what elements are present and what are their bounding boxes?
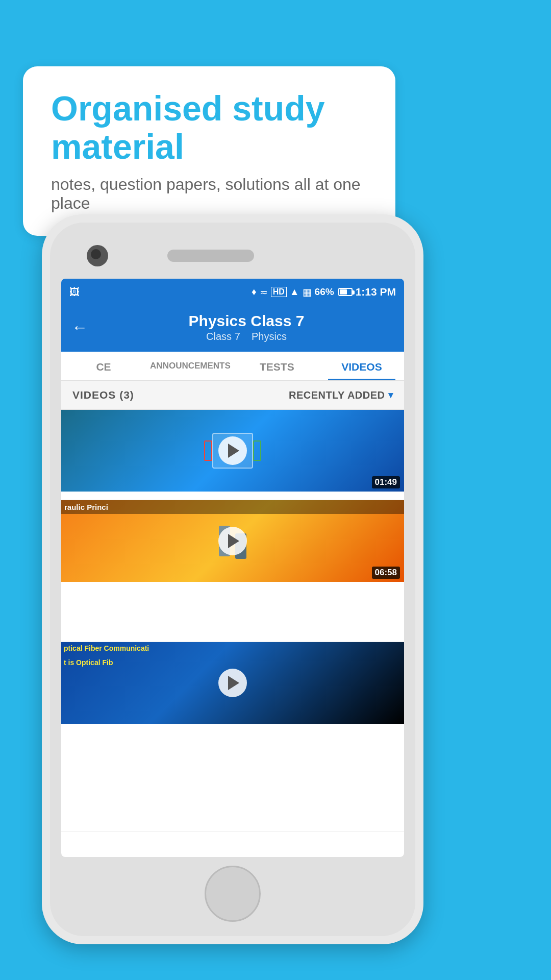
- tab-tests[interactable]: TESTS: [235, 352, 319, 380]
- hd-badge: HD: [271, 287, 287, 297]
- video-thumb-transformer: 01:49: [61, 410, 404, 492]
- video-duration-1: 01:49: [372, 476, 400, 488]
- play-triangle-icon-2: [228, 534, 239, 548]
- play-triangle-icon: [228, 444, 239, 458]
- video-thumb-optical: ptical Fiber Communicati t is Optical Fi…: [61, 642, 404, 724]
- video-duration-2: 06:58: [372, 567, 400, 579]
- header-subject: Physics: [252, 331, 287, 342]
- tab-videos[interactable]: VIDEOS: [319, 352, 404, 380]
- chevron-down-icon: ▾: [388, 389, 393, 401]
- header-title: Physics Class 7: [99, 312, 394, 330]
- sort-dropdown[interactable]: RECENTLY ADDED ▾: [289, 389, 393, 401]
- tabs-bar: CE ANNOUNCEMENTS TESTS VIDEOS: [61, 352, 404, 381]
- battery-icon: [338, 288, 353, 296]
- status-left: 🖼: [69, 286, 80, 298]
- video-item-transformer[interactable]: 01:49 What is Transformer by Sharma ▶ Ac…: [61, 410, 404, 500]
- play-overlay: [61, 410, 404, 492]
- wifi-icon: ▲: [290, 286, 299, 298]
- camera-icon: [87, 245, 108, 266]
- play-button-1[interactable]: [218, 436, 247, 465]
- image-icon: 🖼: [69, 286, 80, 298]
- bubble-title: Organised study material: [51, 89, 367, 166]
- speech-bubble: Organised study material notes, question…: [23, 66, 395, 236]
- videos-header: VIDEOS (3) RECENTLY ADDED ▾: [61, 381, 404, 410]
- status-bar: 🖼 ♦ ≂ HD ▲ ▦ 66% 1:13 PM: [61, 279, 404, 305]
- app-header: ← Physics Class 7 Class 7 Physics: [61, 305, 404, 352]
- tab-announcements[interactable]: ANNOUNCEMENTS: [146, 352, 235, 380]
- play-button-3[interactable]: [218, 669, 247, 697]
- header-title-block: Physics Class 7 Class 7 Physics: [99, 312, 394, 342]
- phone-inner: 🖼 ♦ ≂ HD ▲ ▦ 66% 1:13 PM ←: [50, 223, 415, 936]
- back-button[interactable]: ←: [71, 318, 88, 337]
- play-overlay-2: [61, 500, 404, 582]
- home-button[interactable]: [205, 866, 261, 922]
- header-subtitle: Class 7 Physics: [99, 331, 394, 342]
- header-class: Class 7: [206, 331, 240, 342]
- video-item-optical[interactable]: ptical Fiber Communicati t is Optical Fi…: [61, 642, 404, 832]
- phone-frame: 🖼 ♦ ≂ HD ▲ ▦ 66% 1:13 PM ←: [42, 214, 423, 944]
- vibrate-icon: ≂: [260, 286, 268, 298]
- bubble-subtitle: notes, question papers, solutions all at…: [51, 175, 367, 213]
- play-overlay-3: [61, 642, 404, 724]
- videos-count: VIDEOS (3): [72, 389, 134, 401]
- play-triangle-icon-3: [228, 676, 239, 690]
- speaker-icon: [167, 250, 254, 262]
- play-button-2[interactable]: [218, 527, 247, 555]
- video-thumb-hydraulic: raulic Princi 06:58: [61, 500, 404, 582]
- status-time: 1:13 PM: [356, 286, 396, 298]
- battery-percent: 66%: [315, 286, 334, 298]
- screen: 🖼 ♦ ≂ HD ▲ ▦ 66% 1:13 PM ←: [61, 279, 404, 857]
- status-right: ♦ ≂ HD ▲ ▦ 66% 1:13 PM: [252, 286, 396, 298]
- signal-icon: ▦: [303, 286, 312, 298]
- tab-ce[interactable]: CE: [61, 352, 146, 380]
- bluetooth-icon: ♦: [252, 286, 257, 298]
- sort-label: RECENTLY ADDED: [289, 389, 385, 401]
- video-item-hydraulic[interactable]: raulic Princi 06:58 What is Hydraulic Sy…: [61, 500, 404, 642]
